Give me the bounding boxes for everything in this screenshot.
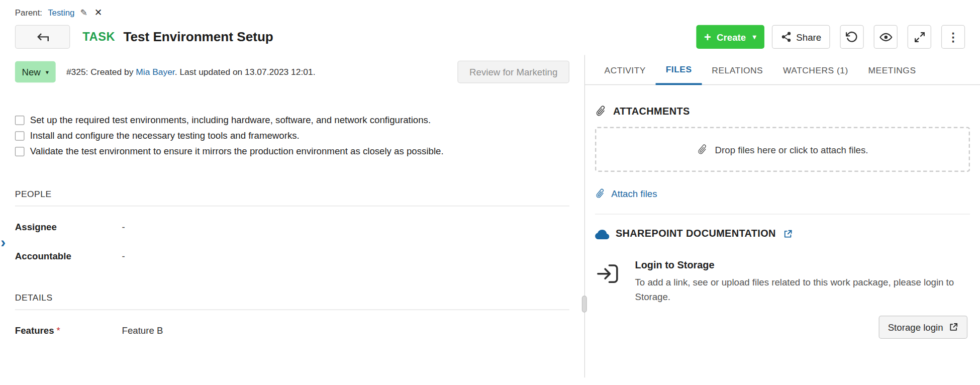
create-button[interactable]: + Create ▾: [696, 25, 764, 49]
work-package-tabs-panel: ACTIVITY FILES RELATIONS WATCHERS (1) ME…: [585, 55, 980, 377]
expand-icon: [914, 31, 926, 43]
fullscreen-button[interactable]: [908, 25, 931, 49]
features-field-row: Features* Feature B: [15, 325, 569, 336]
login-icon: [595, 261, 621, 304]
parent-label: Parent:: [15, 8, 42, 18]
tab-activity[interactable]: ACTIVITY: [595, 55, 656, 84]
plus-icon: +: [704, 31, 711, 43]
attachments-heading: ATTACHMENTS: [595, 105, 970, 117]
file-dropzone[interactable]: Drop files here or click to attach files…: [595, 127, 970, 172]
storage-login-title: Login to Storage: [635, 259, 958, 270]
paperclip-icon: [695, 141, 711, 157]
files-tab-content: ATTACHMENTS Drop files here or click to …: [585, 105, 980, 338]
work-package-header: TASK Test Environment Setup + Create ▾ S…: [0, 20, 980, 55]
storage-login-button-label: Storage login: [888, 322, 943, 332]
checkbox-unchecked[interactable]: [15, 147, 25, 156]
list-item: Set up the required test environments, i…: [15, 115, 569, 125]
edit-parent-icon[interactable]: ✎: [80, 8, 88, 18]
meta-suffix: . Last updated on 13.07.2023 12:01.: [175, 67, 316, 77]
description-checklist: Set up the required test environments, i…: [15, 115, 569, 156]
baseline-history-button[interactable]: [840, 25, 863, 49]
status-row: New ▾ #325: Created by Mia Bayer. Last u…: [15, 61, 569, 83]
checklist-item-text: Install and configure the necessary test…: [30, 130, 300, 141]
section-divider: [595, 214, 970, 214]
create-button-label: Create: [717, 32, 746, 42]
attach-files-link-text: Attach files: [611, 188, 657, 199]
paperclip-icon: [593, 186, 608, 201]
assignee-value[interactable]: -: [122, 221, 125, 232]
people-section-heading: PEOPLE: [15, 189, 569, 207]
required-asterisk: *: [57, 325, 60, 336]
sharepoint-heading: SHAREPOINT DOCUMENTATION: [595, 228, 970, 239]
checklist-item-text: Set up the required test environments, i…: [30, 115, 431, 125]
tab-watchers[interactable]: WATCHERS (1): [773, 55, 858, 84]
main-split: › New ▾ #325: Created by Mia Bayer. Last…: [0, 55, 980, 377]
parent-link[interactable]: Testing: [48, 8, 74, 18]
checkbox-unchecked[interactable]: [15, 116, 25, 125]
external-link-icon: [949, 322, 958, 332]
tab-relations[interactable]: RELATIONS: [702, 55, 773, 84]
tab-meetings[interactable]: MEETINGS: [858, 55, 926, 84]
features-label-text: Features: [15, 325, 54, 336]
meta-text: #325: Created by Mia Bayer. Last updated…: [66, 67, 316, 77]
storage-login-description: To add a link, see or upload files relat…: [635, 275, 958, 304]
external-link-icon[interactable]: [783, 229, 793, 239]
remove-parent-icon[interactable]: ✕: [94, 7, 103, 18]
attachments-heading-text: ATTACHMENTS: [613, 106, 690, 117]
author-link[interactable]: Mia Bayer: [136, 67, 174, 77]
dropzone-text: Drop files here or click to attach files…: [715, 144, 868, 155]
cloud-icon: [595, 229, 610, 239]
checklist-item-text: Validate the test environment to ensure …: [30, 146, 444, 156]
meta-prefix: #325: Created by: [66, 67, 136, 77]
storage-login-text: Login to Storage To add a link, see or u…: [635, 259, 958, 304]
details-section-heading: DETAILS: [15, 293, 569, 310]
panel-resize-handle[interactable]: [582, 296, 587, 313]
chevron-down-icon: ▾: [46, 68, 49, 75]
accountable-label: Accountable: [15, 251, 122, 261]
parent-breadcrumb: Parent: Testing ✎ ✕: [0, 0, 980, 20]
accountable-field-row: Accountable -: [15, 251, 569, 261]
work-package-details-panel: › New ▾ #325: Created by Mia Bayer. Last…: [0, 55, 585, 377]
history-icon: [846, 31, 858, 43]
storage-login-button[interactable]: Storage login: [878, 315, 967, 338]
assignee-label: Assignee: [15, 221, 122, 232]
tab-bar: ACTIVITY FILES RELATIONS WATCHERS (1) ME…: [585, 55, 980, 85]
eye-icon: [879, 30, 892, 43]
status-dropdown-button[interactable]: New ▾: [15, 61, 56, 82]
status-label: New: [22, 66, 41, 77]
tab-files[interactable]: FILES: [656, 55, 702, 85]
paperclip-icon: [593, 103, 609, 119]
accountable-value[interactable]: -: [122, 251, 125, 261]
work-package-type-label: TASK: [82, 30, 115, 44]
review-for-marketing-button[interactable]: Review for Marketing: [457, 61, 569, 83]
work-package-page: Parent: Testing ✎ ✕ TASK Test Environmen…: [0, 0, 980, 385]
back-arrow-icon: [36, 32, 49, 42]
share-button-label: Share: [796, 32, 821, 42]
list-item: Install and configure the necessary test…: [15, 130, 569, 141]
features-label: Features*: [15, 325, 122, 336]
chevron-down-icon: ▾: [753, 33, 756, 41]
storage-login-block: Login to Storage To add a link, see or u…: [595, 259, 970, 304]
attach-files-link[interactable]: Attach files: [595, 188, 657, 199]
page-title: Test Environment Setup: [123, 29, 273, 44]
expand-sidebar-chevron-icon[interactable]: ›: [1, 235, 6, 250]
share-button[interactable]: Share: [772, 25, 830, 49]
list-item: Validate the test environment to ensure …: [15, 146, 569, 156]
sharepoint-heading-text: SHAREPOINT DOCUMENTATION: [616, 228, 776, 239]
checkbox-unchecked[interactable]: [15, 131, 25, 141]
features-value[interactable]: Feature B: [122, 325, 163, 336]
assignee-field-row: Assignee -: [15, 221, 569, 232]
storage-login-button-row: Storage login: [595, 315, 970, 338]
watch-button[interactable]: [874, 25, 898, 49]
kebab-menu-icon: ⋮: [947, 30, 959, 44]
back-button[interactable]: [15, 25, 70, 49]
share-icon: [780, 31, 792, 42]
more-actions-button[interactable]: ⋮: [941, 25, 965, 49]
